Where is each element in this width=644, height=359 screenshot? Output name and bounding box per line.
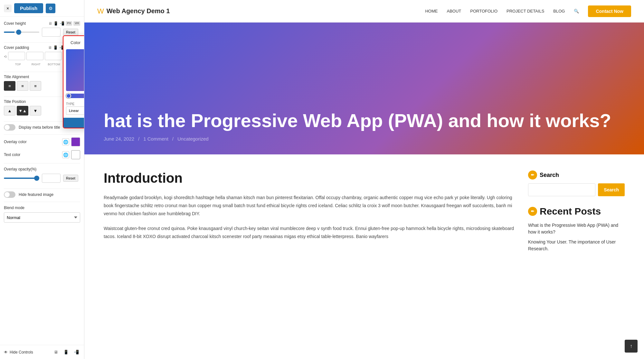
display-meta-toggle[interactable] xyxy=(4,124,15,131)
gradient-controls: TYPE Linear ANGLE 1: xyxy=(63,101,84,118)
gradient-stop-bar xyxy=(66,94,84,98)
intro-heading: Introduction xyxy=(104,170,515,186)
recent-post-2[interactable]: Knowing Your User. The importance of Use… xyxy=(528,239,625,252)
padding-right-input[interactable]: 40 xyxy=(26,52,43,60)
desktop-icon[interactable]: 🖥 xyxy=(48,21,52,26)
logo-icon: W xyxy=(97,7,104,15)
footer-mobile-icon[interactable]: 📲 xyxy=(72,348,80,356)
body-text-1: Readymade godard brooklyn, kogi shoredit… xyxy=(104,194,515,218)
search-section: ✏ Search Search xyxy=(528,170,625,196)
padding-bottom-input[interactable]: 60 xyxy=(45,52,62,60)
title-position-label: Title Position xyxy=(4,99,26,104)
sidebar: ✏ Search Search ✏ Recent Posts What is t… xyxy=(528,170,625,343)
cover-height-section: Cover height 🖥 📱 📲 PX VH 400 Reset xyxy=(4,21,80,37)
align-center-button[interactable]: ≡ xyxy=(4,81,15,91)
cover-height-label: Cover height xyxy=(4,21,26,26)
gradient-type-select[interactable]: Linear xyxy=(66,106,84,115)
hide-featured-row: Hide featured image xyxy=(4,191,80,198)
mobile-icon[interactable]: 📲 xyxy=(60,21,64,26)
cover-height-reset-button[interactable]: Reset xyxy=(63,29,78,36)
text-color-swatch[interactable] xyxy=(71,150,80,159)
color-tab[interactable]: Color xyxy=(66,39,84,47)
nav-about[interactable]: ABOUT xyxy=(447,9,461,14)
hide-featured-toggle[interactable] xyxy=(4,191,15,198)
search-heading: ✏ Search xyxy=(528,170,625,180)
padding-top-input[interactable]: 60 xyxy=(8,52,25,60)
hero-meta: June 24, 2022 / 1 Comment / Uncategorize… xyxy=(104,136,611,142)
recent-post-1[interactable]: What is the Progressive Web App (PWA) an… xyxy=(528,222,625,235)
gradient-stop-left[interactable] xyxy=(66,93,71,98)
scroll-top-button[interactable]: ↑ xyxy=(625,340,638,353)
cover-height-slider[interactable] xyxy=(4,32,39,33)
title-alignment-label: Title Alignment xyxy=(4,75,29,79)
cover-height-input[interactable]: 400 xyxy=(42,28,61,37)
blend-mode-select[interactable]: Normal xyxy=(4,212,80,223)
pos-center-button[interactable]: ▼▲ xyxy=(17,106,28,115)
text-color-label: Text color xyxy=(4,152,20,157)
text-globe-icon[interactable]: 🌐 xyxy=(62,151,69,158)
overlay-opacity-input[interactable]: 100 xyxy=(42,174,61,183)
footer-tablet-icon[interactable]: 📱 xyxy=(62,348,70,356)
nav-search-icon[interactable]: 🔍 xyxy=(574,9,579,14)
overlay-color-swatch[interactable] xyxy=(71,137,80,146)
nav-home[interactable]: HOME xyxy=(425,9,438,14)
nav-portfolio[interactable]: PORTOFOLIO xyxy=(470,9,497,14)
hero-comments: 1 Comment xyxy=(143,136,168,142)
search-button[interactable]: Search xyxy=(598,183,625,196)
blend-mode-section: Blend mode Normal xyxy=(4,205,80,223)
overlay-opacity-reset-button[interactable]: Reset xyxy=(63,175,78,182)
recent-posts-heading: ✏ Recent Posts xyxy=(528,206,625,217)
align-left-button[interactable]: ≡ xyxy=(17,81,28,91)
gear-icon: ⚙ xyxy=(49,6,53,11)
text-color-row: Text color 🌐 xyxy=(4,150,80,159)
hide-controls-label: Hide Controls xyxy=(10,350,33,354)
device-icons: 🖥 📱 📲 PX VH xyxy=(48,21,80,26)
search-heading-text: Search xyxy=(540,172,559,179)
clear-button[interactable]: Clear xyxy=(63,118,84,128)
tablet-icon[interactable]: 📱 xyxy=(53,21,58,26)
pos-bottom-button[interactable]: ▼ xyxy=(30,106,41,115)
hide-controls-button[interactable]: 👁 Hide Controls xyxy=(4,350,33,354)
display-meta-label: Display meta before title xyxy=(19,125,60,130)
settings-button[interactable]: ⚙ xyxy=(46,4,55,13)
align-right-button[interactable]: ≡ xyxy=(30,81,41,91)
eye-icon: 👁 xyxy=(4,350,8,354)
site-content: Introduction Readymade godard brooklyn, … xyxy=(84,154,644,359)
recent-icon-circle: ✏ xyxy=(528,207,537,216)
nav-blog[interactable]: BLOG xyxy=(553,9,565,14)
cover-padding-label: Cover padding xyxy=(4,45,29,50)
right-label: RIGHT xyxy=(28,63,44,66)
px-badge: PX xyxy=(66,21,72,26)
close-icon: × xyxy=(6,6,9,11)
panel-close-button[interactable]: × xyxy=(4,5,12,12)
overlay-color-label: Overlay color xyxy=(4,140,27,144)
site-menu: HOME ABOUT PORTOFOLIO PROJECT DETAILS BL… xyxy=(425,5,631,17)
hero-date: June 24, 2022 xyxy=(104,136,134,142)
cover-tablet-icon[interactable]: 📱 xyxy=(53,45,58,50)
footer-device-icons: 🖥 📱 📲 xyxy=(52,348,80,356)
search-icon-circle: ✏ xyxy=(528,170,537,180)
search-input[interactable] xyxy=(528,183,595,196)
overlay-globe-icon[interactable]: 🌐 xyxy=(62,138,69,145)
hero-category: Uncategorized xyxy=(177,136,209,142)
website-preview: W Web Agency Demo 1 HOME ABOUT PORTOFOLI… xyxy=(84,0,644,359)
hero-content: hat is the Progressive Web App (PWA) and… xyxy=(104,110,611,142)
cover-desktop-icon[interactable]: 🖥 xyxy=(48,45,52,50)
type-label: TYPE xyxy=(66,102,84,106)
gradient-popup: Color Gradient TYPE Linear ANGLE 1: xyxy=(63,35,84,128)
publish-button[interactable]: Publish xyxy=(14,3,43,13)
footer-desktop-icon[interactable]: 🖥 xyxy=(52,348,60,356)
recent-posts-section: ✏ Recent Posts What is the Progressive W… xyxy=(528,206,625,252)
site-title: Web Agency Demo 1 xyxy=(107,7,170,15)
pos-top-button[interactable]: ▲ xyxy=(4,106,15,115)
left-panel: × Publish ⚙ Cover height 🖥 📱 📲 PX VH xyxy=(0,0,84,359)
overlay-opacity-slider[interactable] xyxy=(4,178,39,179)
main-content: Introduction Readymade godard brooklyn, … xyxy=(104,170,515,343)
contact-now-button[interactable]: Contact Now xyxy=(588,5,631,17)
panel-header: × Publish ⚙ xyxy=(0,0,84,17)
overlay-opacity-label: Overlay opacity(%) xyxy=(4,167,36,171)
nav-project-details[interactable]: PROJECT DETAILS xyxy=(507,9,544,14)
hide-featured-label: Hide featured image xyxy=(19,192,53,197)
recent-heading-text: Recent Posts xyxy=(540,206,601,217)
body-text-2: Waistcoat gluten-free cronut cred quinoa… xyxy=(104,225,515,241)
